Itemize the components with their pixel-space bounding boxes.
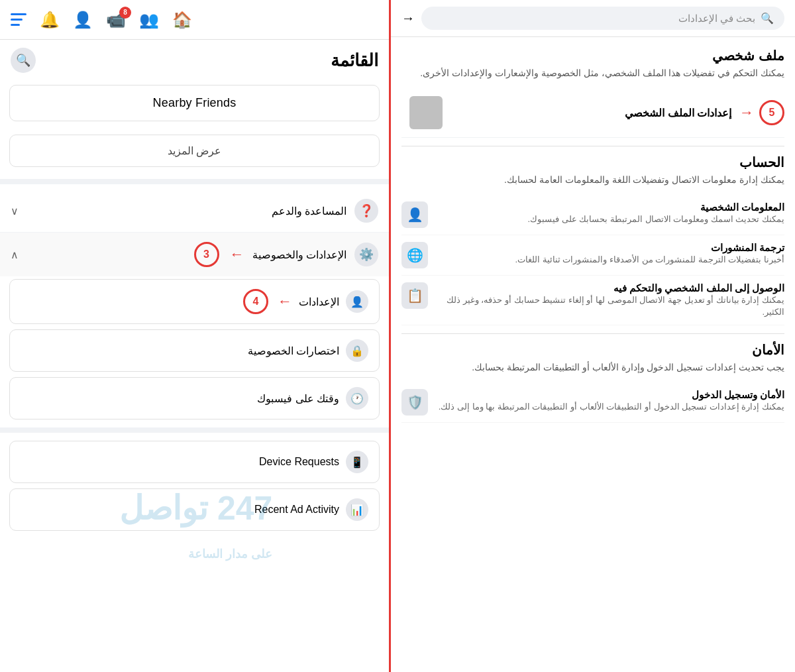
profile-nav-icon[interactable]: 👤 <box>73 11 93 29</box>
translation-row[interactable]: ترجمة المنشورات أخبرنا بتفضيلات الترجمة … <box>401 235 784 276</box>
privacy-shortcuts-left: 🔒 اختصارات الخصوصية <box>248 339 368 362</box>
settings-sub-left: 👤 الإعدادات ← 4 <box>243 289 368 314</box>
search-placeholder-text: بحث في الإعدادات <box>678 13 755 25</box>
profile-section-desc: يمكنك التحكم في تفضيلات هذا الملف الشخصي… <box>401 66 784 80</box>
video-badge: 8 <box>119 7 131 19</box>
section-divider2 <box>401 333 784 334</box>
recent-ad-left: 📊 Recent Ad Activity <box>254 498 368 521</box>
step3-arrow: ← <box>230 246 244 263</box>
login-security-info: الأمان وتسجيل الدخول يمكنك إدارة إعدادات… <box>435 389 784 413</box>
ad-icon: 📊 <box>346 498 368 521</box>
profile-section-title: ملف شخصي <box>401 48 784 64</box>
profile-access-title: الوصول إلى الملف الشخصي والتحكم فيه <box>435 282 784 294</box>
gear-icon: ⚙️ <box>354 243 378 266</box>
account-section: الحساب يمكنك إدارة معلومات الاتصال وتفضي… <box>401 154 784 325</box>
settings-search-bar[interactable]: 🔍 بحث في الإعدادات <box>421 7 784 30</box>
recent-ad-label: Recent Ad Activity <box>254 504 339 516</box>
right-search-icon: 🔍 <box>761 12 774 25</box>
left-header: القائمة 🔍 <box>0 40 389 78</box>
settings-chevron-icon: ∧ <box>11 249 19 261</box>
privacy-shortcuts-label: اختصارات الخصوصية <box>248 345 339 357</box>
device-requests-left: 📱 Device Requests <box>259 451 368 473</box>
right-top: → 🔍 بحث في الإعدادات <box>391 0 795 37</box>
groups-icon[interactable]: 👥 <box>139 11 159 29</box>
left-panel: 🔔 👤 📹 8 👥 🏠 القائمة 🔍 Nearby Friends عرض… <box>0 0 391 672</box>
device-icon: 📱 <box>346 451 368 473</box>
login-security-row[interactable]: الأمان وتسجيل الدخول يمكنك إدارة إعدادات… <box>401 382 784 423</box>
device-requests-label: Device Requests <box>259 456 339 468</box>
profile-access-desc: يمكنك إدارة بياناتك أو تعديل جهة الاتصال… <box>435 294 784 318</box>
nearby-friends-text: Nearby Friends <box>153 96 237 109</box>
person-icon: 👤 <box>346 290 368 313</box>
clock-icon: 🕐 <box>346 387 368 410</box>
profile-access-info: الوصول إلى الملف الشخصي والتحكم فيه يمكن… <box>435 282 784 318</box>
profile-settings-label: إعدادات الملف الشخصي <box>625 107 731 119</box>
profile-section: ملف شخصي يمكنك التحكم في تفضيلات هذا الم… <box>401 48 784 138</box>
step5-circle: 5 <box>759 100 784 125</box>
nearby-friends-box[interactable]: Nearby Friends <box>9 85 380 121</box>
section-divider1 <box>401 146 784 146</box>
personal-info-row[interactable]: المعلومات الشخصية يمكنك تحديث اسمك ومعلو… <box>401 195 784 235</box>
security-section-desc: يجب تحديث إعدادات تسجيل الدخول وإدارة ال… <box>401 361 784 374</box>
divider2 <box>0 427 389 433</box>
help-icon: ❓ <box>354 199 378 223</box>
top-nav: 🔔 👤 📹 8 👥 🏠 <box>0 0 389 40</box>
personal-info-title: المعلومات الشخصية <box>435 201 784 213</box>
search-icon: 🔍 <box>16 53 30 68</box>
show-more-label: عرض المزيد <box>168 145 221 156</box>
device-requests-item[interactable]: 📱 Device Requests <box>9 441 380 483</box>
divider <box>0 179 389 184</box>
profile-settings-row[interactable]: 5 → إعدادات الملف الشخصي <box>401 88 784 138</box>
translation-icon: 🌐 <box>401 242 428 268</box>
step3-circle: 3 <box>194 242 219 267</box>
login-security-title: الأمان وتسجيل الدخول <box>435 389 784 401</box>
profile-thumbnail <box>409 96 443 129</box>
personal-info-desc: يمكنك تحديث اسمك ومعلومات الاتصال المرتب… <box>435 213 784 225</box>
security-icon: 🛡️ <box>401 389 428 416</box>
account-section-title: الحساب <box>401 154 784 170</box>
settings-label: الإعدادات <box>299 296 339 308</box>
help-chevron-icon: ∨ <box>11 205 19 217</box>
your-time-item[interactable]: 🕐 وقتك على فيسبوك <box>9 377 380 420</box>
show-more-button[interactable]: عرض المزيد <box>9 135 380 167</box>
login-security-desc: يمكنك إدارة إعدادات تسجيل الدخول أو التط… <box>435 401 784 413</box>
translation-info: ترجمة المنشورات أخبرنا بتفضيلات الترجمة … <box>435 242 784 266</box>
left-title: القائمة <box>331 50 378 71</box>
bell-icon[interactable]: 🔔 <box>40 11 60 29</box>
personal-info-icon: 👤 <box>401 201 428 228</box>
step5-row: 5 → إعدادات الملف الشخصي <box>625 100 784 125</box>
settings-privacy-left: ⚙️ الإعدادات والخصوصية ← 3 <box>194 242 378 267</box>
step5-arrow: → <box>739 104 754 121</box>
settings-sub-item[interactable]: 👤 الإعدادات ← 4 <box>9 279 380 324</box>
right-content: ملف شخصي يمكنك التحكم في تفضيلات هذا الم… <box>391 37 795 433</box>
privacy-shortcuts-item[interactable]: 🔒 اختصارات الخصوصية <box>9 329 380 372</box>
settings-privacy-item[interactable]: ⚙️ الإعدادات والخصوصية ← 3 ∧ <box>0 233 389 276</box>
personal-info-info: المعلومات الشخصية يمكنك تحديث اسمك ومعلو… <box>435 201 784 225</box>
help-support-left: ❓ المساعدة والدعم <box>272 199 378 223</box>
step4-arrow: ← <box>278 293 292 310</box>
your-time-label: وقتك على فيسبوك <box>257 392 339 405</box>
your-time-left: 🕐 وقتك على فيسبوك <box>257 387 368 410</box>
home-icon[interactable]: 🏠 <box>172 11 192 29</box>
account-section-desc: يمكنك إدارة معلومات الاتصال وتفضيلات الل… <box>401 173 784 187</box>
profile-access-icon: 📋 <box>401 282 428 309</box>
step4-circle: 4 <box>243 289 268 314</box>
help-support-item[interactable]: ❓ المساعدة والدعم ∨ <box>0 190 389 233</box>
left-search-button[interactable]: 🔍 <box>11 48 36 73</box>
profile-access-row[interactable]: الوصول إلى الملف الشخصي والتحكم فيه يمكن… <box>401 276 784 325</box>
hamburger-icon[interactable] <box>11 13 26 26</box>
back-arrow-icon[interactable]: → <box>401 11 415 26</box>
nav-icons-left: 🔔 👤 📹 8 👥 🏠 <box>11 11 192 29</box>
help-label: المساعدة والدعم <box>272 205 346 217</box>
security-section: الأمان يجب تحديث إعدادات تسجيل الدخول وإ… <box>401 342 784 423</box>
lock-icon: 🔒 <box>346 339 368 362</box>
translation-desc: أخبرنا بتفضيلات الترجمة للمنشورات من الأ… <box>435 254 784 266</box>
video-icon[interactable]: 📹 8 <box>106 11 126 29</box>
translation-title: ترجمة المنشورات <box>435 242 784 254</box>
right-panel: → 🔍 بحث في الإعدادات ملف شخصي يمكنك التح… <box>391 0 795 672</box>
recent-ad-item[interactable]: 📊 Recent Ad Activity <box>9 488 380 531</box>
settings-privacy-label: الإعدادات والخصوصية <box>252 249 346 261</box>
security-section-title: الأمان <box>401 342 784 358</box>
